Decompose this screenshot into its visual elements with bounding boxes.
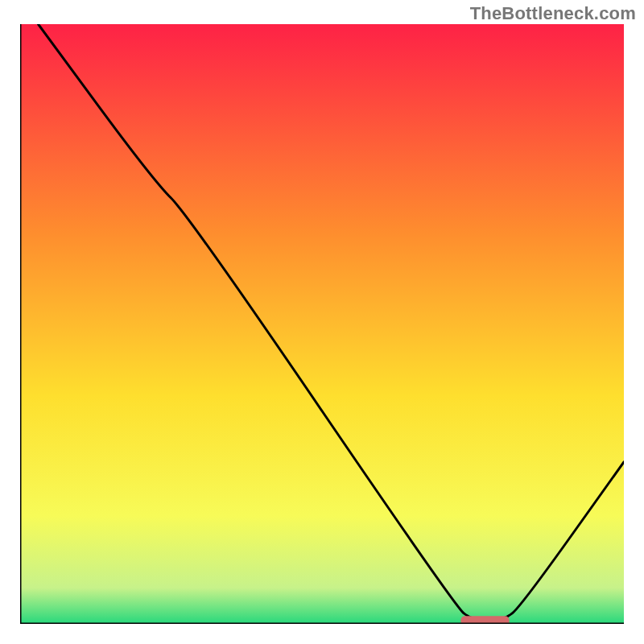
gradient-background <box>20 24 624 624</box>
plot-area <box>20 24 624 624</box>
watermark-text: TheBottleneck.com <box>470 3 636 24</box>
bottleneck-chart <box>20 24 624 624</box>
chart-container: TheBottleneck.com <box>0 0 644 644</box>
